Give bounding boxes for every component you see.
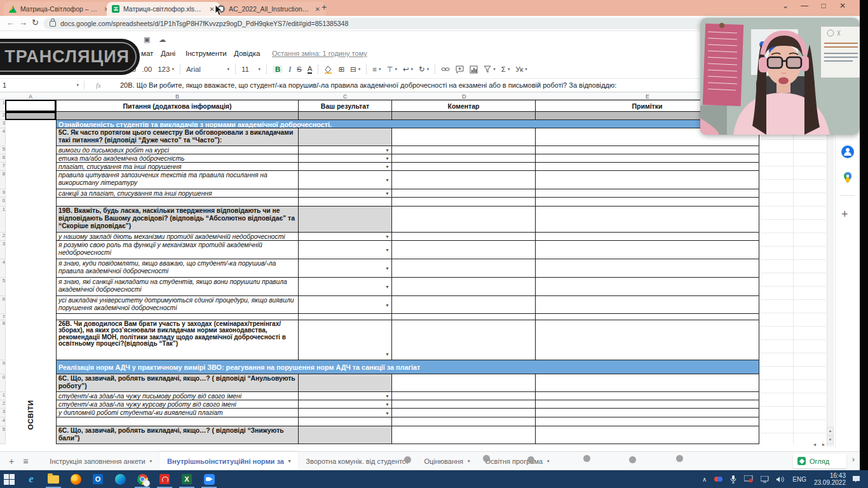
dropdown-arrow-icon[interactable]: ▼ <box>385 410 390 417</box>
input-tools-icon[interactable]: Ук▾ <box>515 65 527 73</box>
column-letter-E[interactable]: E <box>646 93 649 100</box>
contacts-icon[interactable] <box>841 146 854 158</box>
notes-cell[interactable] <box>536 189 759 198</box>
result-cell[interactable] <box>299 207 392 233</box>
cell[interactable] <box>392 198 536 207</box>
scroll-right-button[interactable]: ▸ <box>820 441 827 449</box>
cell-a1[interactable] <box>5 100 56 112</box>
notes-cell[interactable] <box>536 241 759 259</box>
notes-cell[interactable] <box>536 163 759 171</box>
item-cell[interactable]: усі викладачі університету дотримуються … <box>56 296 299 314</box>
sheet-tab-menu-icon[interactable]: ▾ <box>150 459 153 464</box>
notes-cell[interactable] <box>536 409 759 417</box>
row-headers[interactable]: 1234567890123456789012345 <box>0 100 5 444</box>
strikethrough-button[interactable]: S <box>297 65 302 73</box>
all-sheets-button[interactable]: ≡ <box>23 456 28 466</box>
row-number[interactable]: 3 <box>0 409 5 417</box>
dropdown-arrow-icon[interactable]: ▼ <box>385 247 390 254</box>
column-letter-D[interactable]: D <box>462 93 466 100</box>
action-center-icon[interactable] <box>852 475 860 483</box>
edge-icon[interactable] <box>112 472 128 486</box>
insert-chart-icon[interactable] <box>470 65 478 74</box>
vertical-align-icon[interactable]: ⊤▾ <box>386 65 397 74</box>
sheet-nav-more-icon[interactable]: › <box>852 455 855 464</box>
result-dropdown-cell[interactable]: ▼ <box>299 241 392 259</box>
item-cell[interactable]: санкції за плагіат, списування та інші п… <box>56 189 299 198</box>
notes-cell[interactable] <box>536 374 759 392</box>
comment-cell[interactable] <box>392 320 536 360</box>
notes-cell[interactable] <box>536 392 759 400</box>
volume-icon[interactable] <box>776 476 785 483</box>
sheet-tab-menu-icon[interactable]: ▾ <box>468 459 470 464</box>
comment-cell[interactable] <box>392 128 536 146</box>
cell[interactable] <box>56 112 299 120</box>
cell[interactable] <box>299 417 392 426</box>
horizontal-align-icon[interactable]: ≡▾ <box>372 65 381 73</box>
dropdown-arrow-icon[interactable]: ▼ <box>385 155 390 163</box>
item-cell[interactable]: плагіат, списування та інші порушення <box>56 163 299 171</box>
cell[interactable] <box>392 112 536 120</box>
result-dropdown-cell[interactable]: ▼ <box>299 409 392 417</box>
sheet-tab-5[interactable]: Освітня програма▾ <box>478 452 557 470</box>
increase-decimals-button[interactable]: .00 <box>142 65 152 73</box>
result-dropdown-cell[interactable]: ▼ <box>299 146 392 154</box>
reload-button[interactable]: ↻ <box>32 18 39 27</box>
cell[interactable] <box>299 314 392 320</box>
clock[interactable]: 16:43 23.09.2022 <box>814 472 846 486</box>
notes-cell[interactable] <box>536 426 759 444</box>
microphone-icon[interactable] <box>730 475 736 484</box>
chrome-icon[interactable] <box>135 472 150 486</box>
notes-cell[interactable] <box>536 259 759 278</box>
item-cell[interactable]: вимоги до письмових робіт на курсі <box>56 146 299 154</box>
tray-app-icon[interactable] <box>714 477 722 482</box>
screen-share-icon[interactable] <box>744 475 753 483</box>
notes-cell[interactable] <box>536 233 759 241</box>
add-sheet-button[interactable]: + <box>9 456 14 466</box>
sheet-tab-menu-icon[interactable]: ▾ <box>288 459 291 464</box>
row-number[interactable]: 0 <box>0 374 5 392</box>
insert-comment-icon[interactable] <box>456 65 464 74</box>
question-cell[interactable]: 6С. Що, зазвичай, роблять викладачі, якщ… <box>56 374 299 392</box>
comment-cell[interactable] <box>392 233 536 241</box>
menu-format-partial[interactable]: мат <box>141 50 153 57</box>
notes-cell[interactable] <box>536 320 759 360</box>
text-wrap-icon[interactable]: ↩▾ <box>403 65 413 74</box>
menu-tools[interactable]: Інструменти <box>186 50 227 57</box>
row-number[interactable]: 7 <box>0 163 5 171</box>
notes-cell[interactable] <box>536 296 759 314</box>
dropdown-arrow-icon[interactable]: ▼ <box>385 147 390 154</box>
row-number[interactable]: 7 <box>0 314 5 320</box>
notes-cell[interactable] <box>536 154 759 163</box>
dropdown-arrow-icon[interactable]: ▼ <box>385 401 390 409</box>
row-number[interactable]: 6 <box>0 296 5 314</box>
result-dropdown-cell[interactable]: ▼ <box>299 278 392 296</box>
result-cell[interactable] <box>299 128 392 146</box>
cell[interactable] <box>536 198 759 207</box>
item-cell[interactable]: етика та/або академічна доброчесність <box>56 154 299 163</box>
result-dropdown-cell[interactable]: ▼ <box>299 171 392 189</box>
maximize-button[interactable]: □ <box>815 1 832 10</box>
fill-color-icon[interactable] <box>324 65 332 74</box>
minimize-button[interactable]: — <box>796 1 813 10</box>
comment-cell[interactable] <box>392 207 536 233</box>
row-number[interactable]: 6 <box>0 154 5 163</box>
browser-tab-2[interactable]: Матриця-світлофор.xlsx - Goog ✕ <box>107 2 220 16</box>
result-cell[interactable] <box>299 426 392 444</box>
insert-link-icon[interactable] <box>441 65 450 73</box>
column-letter-C[interactable]: C <box>343 93 348 100</box>
get-addons-button[interactable]: + <box>841 208 848 221</box>
result-dropdown-cell[interactable]: ▼ <box>299 392 392 400</box>
question-cell[interactable]: 5С. Як часто протягом цього семестру Ви … <box>56 128 299 146</box>
row-number[interactable]: 4 <box>0 259 5 278</box>
dropdown-arrow-icon[interactable]: ▼ <box>385 233 390 241</box>
question-cell[interactable]: 6С. Що, зазвичай, роблять викладачі, якщ… <box>56 426 299 444</box>
row-number[interactable]: 8 <box>0 171 5 189</box>
cell[interactable] <box>392 417 536 426</box>
header-result[interactable]: Ваш результат <box>299 100 392 112</box>
dropdown-arrow-icon[interactable]: ▼ <box>385 190 390 198</box>
row-number[interactable]: 9 <box>0 189 5 198</box>
cell[interactable] <box>56 314 299 320</box>
result-cell[interactable] <box>299 374 392 392</box>
row-number[interactable]: 9 <box>0 360 5 374</box>
question-cell[interactable]: 26В. Чи доводилося Вам брати участь у за… <box>56 320 299 360</box>
